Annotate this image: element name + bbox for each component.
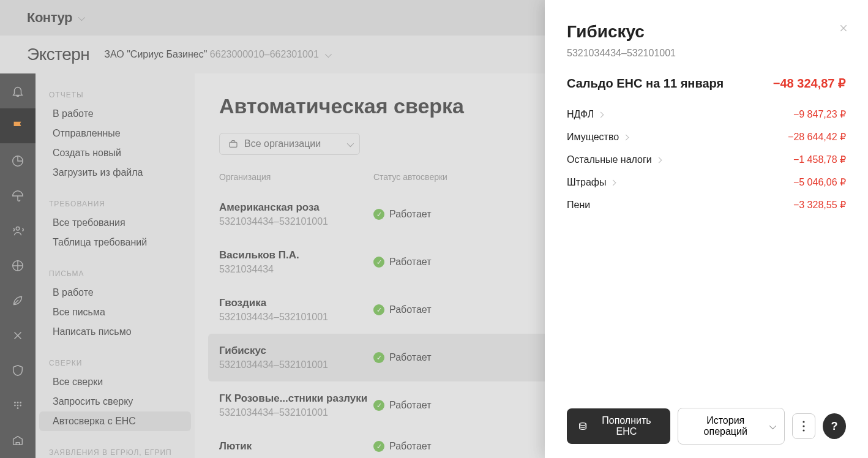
svg-point-3	[14, 402, 16, 404]
umbrella-icon[interactable]	[0, 178, 36, 213]
org-ids: 6623000010–662301001	[210, 49, 319, 59]
row-org-title: Гвоздика	[219, 297, 373, 309]
dots-vertical-icon	[803, 421, 805, 432]
svg-point-8	[20, 405, 21, 407]
detail-amount: −5 046,06 ₽	[793, 176, 846, 188]
col-header-org: Организация	[219, 172, 373, 182]
history-label: История операций	[688, 415, 763, 437]
sidebar-item[interactable]: Создать новый	[39, 143, 191, 163]
sidebar-item[interactable]: Отправленные	[39, 124, 191, 143]
chevron-down-icon	[347, 138, 352, 149]
bell-icon[interactable]	[0, 73, 36, 108]
sidebar-item[interactable]: В работе	[39, 104, 191, 124]
chevron-right-icon	[599, 110, 603, 119]
detail-label-text: Пени	[567, 200, 590, 211]
check-icon: ✓	[373, 400, 384, 411]
row-org-title: Васильков П.А.	[219, 249, 373, 261]
detail-amount: −9 847,23 ₽	[793, 108, 846, 120]
sidebar-item[interactable]: Написать письмо	[39, 322, 191, 342]
svg-point-14	[803, 429, 804, 431]
sidebar-item[interactable]: Автосверка с ЕНС	[39, 411, 191, 431]
row-org-title: Гибискус	[219, 345, 373, 357]
sidebar-item[interactable]: Все требования	[39, 213, 191, 233]
detail-row[interactable]: НДФЛ−9 847,23 ₽	[567, 103, 846, 126]
check-icon: ✓	[373, 441, 384, 452]
chevron-right-icon	[657, 155, 661, 164]
briefcase-icon	[228, 139, 238, 149]
detail-label-text: Остальные налоги	[567, 154, 652, 165]
chevron-right-icon	[611, 178, 615, 187]
detail-amount: −28 644,42 ₽	[788, 131, 846, 143]
panel-subtitle: 5321034434–532101001	[567, 48, 846, 59]
close-icon[interactable]	[839, 22, 848, 36]
svg-point-11	[580, 423, 586, 426]
row-org-sub: 5321034434–532101001	[219, 359, 373, 370]
detail-panel: Гибискус 5321034434–532101001 Сальдо ЕНС…	[545, 0, 868, 458]
row-status-label: Работает	[389, 304, 432, 315]
logo[interactable]: Контур	[27, 10, 72, 26]
chevron-down-icon	[769, 421, 774, 432]
svg-point-1	[16, 227, 20, 231]
sidebar-item[interactable]: Загрузить из файла	[39, 163, 191, 182]
sidebar-item[interactable]: Запросить сверку	[39, 392, 191, 411]
svg-point-6	[14, 405, 16, 407]
sidebar: ОТЧЕТЫВ работеОтправленныеСоздать новыйЗ…	[36, 73, 195, 458]
grid-icon[interactable]	[0, 388, 36, 423]
sidebar-heading: ОТЧЕТЫ	[36, 86, 195, 104]
flag-icon[interactable]	[0, 108, 36, 143]
sidebar-item[interactable]: Все письма	[39, 302, 191, 322]
sidebar-item[interactable]: Все сверки	[39, 372, 191, 392]
row-org-title: Американская роза	[219, 201, 373, 214]
svg-point-7	[17, 405, 19, 407]
detail-amount: −3 328,55 ₽	[793, 199, 846, 211]
detail-row[interactable]: Штрафы−5 046,06 ₽	[567, 171, 846, 193]
check-icon: ✓	[373, 352, 384, 363]
row-status-label: Работает	[389, 441, 432, 452]
topup-label: Пополнить ЕНС	[594, 415, 659, 437]
row-status-label: Работает	[389, 209, 432, 220]
svg-point-13	[803, 425, 804, 427]
sidebar-item[interactable]: Таблица требований	[39, 233, 191, 252]
help-button[interactable]: ?	[823, 413, 846, 439]
check-icon: ✓	[373, 257, 384, 268]
topup-button[interactable]: Пополнить ЕНС	[567, 408, 670, 444]
tools-icon[interactable]	[0, 318, 36, 353]
detail-row[interactable]: Остальные налоги−1 458,78 ₽	[567, 148, 846, 171]
org-select[interactable]: Все организации	[219, 133, 360, 155]
row-org-sub: 5321034434–532101001	[219, 312, 373, 323]
sidebar-heading: ПИСЬМА	[36, 265, 195, 283]
sidebar-heading: СВЕРКИ	[36, 354, 195, 372]
svg-rect-10	[230, 142, 237, 147]
svg-point-12	[803, 421, 804, 422]
row-org-title: Лютик	[219, 440, 373, 452]
balance-label: Сальдо ЕНС на 11 января	[567, 77, 724, 91]
sidebar-heading: ЗАЯВЛЕНИЯ В ЕГРЮЛ, ЕГРИП	[36, 443, 195, 458]
row-status-label: Работает	[389, 257, 432, 268]
row-status-label: Работает	[389, 352, 432, 363]
detail-label-text: Штрафы	[567, 177, 606, 188]
leaf-icon[interactable]	[0, 283, 36, 318]
shield-icon[interactable]	[0, 353, 36, 388]
svg-point-9	[17, 408, 19, 410]
people-icon[interactable]	[0, 213, 36, 248]
detail-amount: −1 458,78 ₽	[793, 154, 846, 165]
check-icon: ✓	[373, 209, 384, 220]
history-button[interactable]: История операций	[678, 408, 785, 445]
org-select-label: Все организации	[244, 138, 321, 149]
detail-label-text: Имущество	[567, 132, 619, 143]
chevron-down-icon[interactable]	[78, 12, 83, 23]
chart-icon[interactable]	[0, 143, 36, 178]
product-name: Экстерн	[27, 45, 89, 64]
detail-label-text: НДФЛ	[567, 109, 594, 120]
sidebar-heading: ТРЕБОВАНИЯ	[36, 195, 195, 213]
sidebar-item[interactable]: В работе	[39, 283, 191, 302]
chevron-down-icon[interactable]	[325, 49, 330, 59]
detail-row: Пени−3 328,55 ₽	[567, 193, 846, 216]
panel-footer: Пополнить ЕНС История операций ?	[567, 408, 846, 445]
globe-icon[interactable]	[0, 248, 36, 283]
panel-title: Гибискус	[567, 22, 846, 42]
more-button[interactable]	[792, 413, 815, 439]
coins-icon	[578, 421, 588, 432]
detail-row[interactable]: Имущество−28 644,42 ₽	[567, 126, 846, 148]
building-icon[interactable]	[0, 423, 36, 458]
